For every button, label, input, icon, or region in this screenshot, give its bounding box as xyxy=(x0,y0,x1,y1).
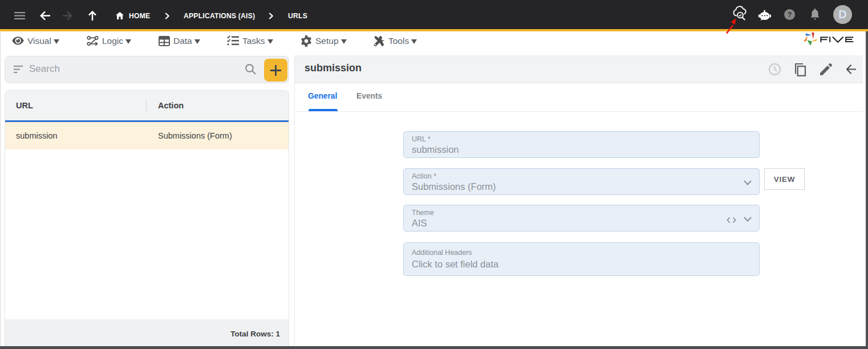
svg-text:?: ? xyxy=(788,11,792,19)
